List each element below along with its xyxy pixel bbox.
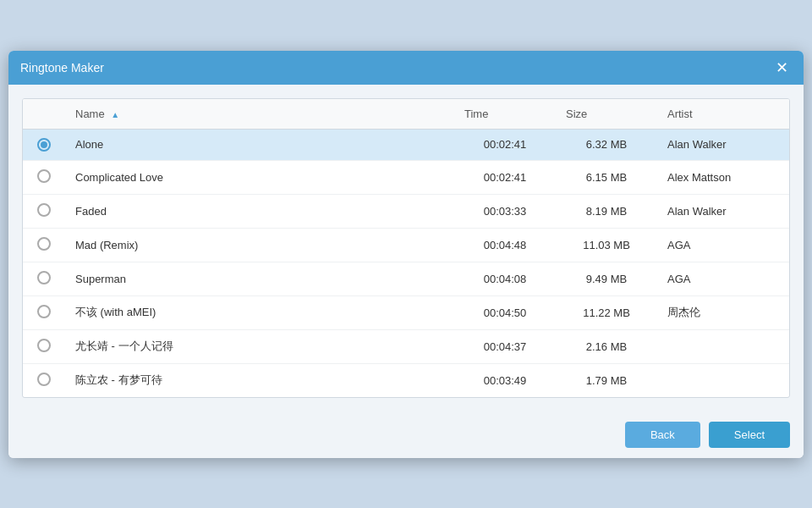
main-content: Name ▲ Time Size Artist Alone00:02:416.3… — [8, 85, 804, 411]
song-artist — [657, 329, 789, 363]
radio-cell[interactable] — [23, 363, 65, 397]
song-time: 00:02:41 — [454, 160, 556, 194]
close-button[interactable]: ✕ — [771, 58, 792, 78]
table-row[interactable]: Alone00:02:416.32 MBAlan Walker — [23, 129, 789, 160]
select-button[interactable]: Select — [709, 422, 790, 448]
song-artist: Alex Mattson — [657, 160, 789, 194]
back-button[interactable]: Back — [625, 422, 700, 448]
radio-empty[interactable] — [37, 373, 51, 386]
song-name: Alone — [65, 129, 454, 160]
song-name: 尤长靖 - 一个人记得 — [65, 329, 454, 363]
radio-cell[interactable] — [23, 329, 65, 363]
song-time: 00:03:33 — [454, 194, 556, 228]
radio-empty[interactable] — [37, 203, 51, 217]
song-artist: AGA — [657, 262, 789, 295]
radio-empty[interactable] — [37, 305, 51, 318]
song-artist: 周杰伦 — [657, 295, 789, 329]
song-time: 00:04:37 — [454, 329, 556, 363]
radio-cell[interactable] — [23, 194, 65, 228]
song-name: Superman — [65, 262, 454, 295]
th-time[interactable]: Time — [454, 99, 556, 130]
song-table-container: Name ▲ Time Size Artist Alone00:02:416.3… — [22, 98, 790, 398]
radio-empty[interactable] — [37, 271, 51, 284]
table-row[interactable]: 尤长靖 - 一个人记得00:04:372.16 MB — [23, 329, 789, 363]
song-time: 00:03:49 — [454, 363, 556, 397]
table-row[interactable]: 陈立农 - 有梦可待00:03:491.79 MB — [23, 363, 789, 397]
song-name: 不该 (with aMEI) — [65, 295, 454, 329]
table-row[interactable]: Mad (Remix)00:04:4811.03 MBAGA — [23, 228, 789, 262]
song-size: 6.15 MB — [556, 160, 657, 194]
radio-cell[interactable] — [23, 295, 65, 329]
song-time: 00:04:48 — [454, 228, 556, 262]
th-name[interactable]: Name ▲ — [65, 99, 454, 130]
song-name: Complicated Love — [65, 160, 454, 194]
song-artist: AGA — [657, 228, 789, 262]
song-time: 00:04:50 — [454, 295, 556, 329]
radio-cell[interactable] — [23, 129, 65, 160]
table-row[interactable]: Superman00:04:089.49 MBAGA — [23, 262, 789, 295]
radio-empty[interactable] — [37, 169, 51, 183]
song-size: 6.32 MB — [556, 129, 657, 160]
song-name: Mad (Remix) — [65, 228, 454, 262]
table-header: Name ▲ Time Size Artist — [23, 99, 789, 130]
song-artist — [657, 363, 789, 397]
radio-cell[interactable] — [23, 262, 65, 295]
ringtone-maker-window: Ringtone Maker ✕ Name ▲ Time Size Artist — [8, 51, 804, 458]
radio-cell[interactable] — [23, 160, 65, 194]
song-size: 8.19 MB — [556, 194, 657, 228]
th-checkbox — [23, 99, 65, 130]
footer: Back Select — [8, 411, 804, 458]
song-artist: Alan Walker — [657, 194, 789, 228]
song-size: 11.22 MB — [556, 295, 657, 329]
song-size: 1.79 MB — [556, 363, 657, 397]
table-row[interactable]: 不该 (with aMEI)00:04:5011.22 MB周杰伦 — [23, 295, 789, 329]
window-title: Ringtone Maker — [20, 61, 104, 75]
song-artist: Alan Walker — [657, 129, 789, 160]
song-table: Name ▲ Time Size Artist Alone00:02:416.3… — [23, 99, 789, 397]
radio-empty[interactable] — [37, 237, 51, 251]
song-name: 陈立农 - 有梦可待 — [65, 363, 454, 397]
radio-selected[interactable] — [37, 138, 51, 152]
radio-cell[interactable] — [23, 228, 65, 262]
song-time: 00:02:41 — [454, 129, 556, 160]
song-time: 00:04:08 — [454, 262, 556, 295]
th-size[interactable]: Size — [556, 99, 657, 130]
song-size: 11.03 MB — [556, 228, 657, 262]
th-artist[interactable]: Artist — [657, 99, 789, 130]
song-size: 9.49 MB — [556, 262, 657, 295]
radio-empty[interactable] — [37, 339, 51, 352]
song-size: 2.16 MB — [556, 329, 657, 363]
table-row[interactable]: Faded00:03:338.19 MBAlan Walker — [23, 194, 789, 228]
sort-icon: ▲ — [111, 110, 119, 119]
title-bar: Ringtone Maker ✕ — [8, 51, 804, 85]
table-row[interactable]: Complicated Love00:02:416.15 MBAlex Matt… — [23, 160, 789, 194]
song-name: Faded — [65, 194, 454, 228]
table-body: Alone00:02:416.32 MBAlan WalkerComplicat… — [23, 129, 789, 397]
